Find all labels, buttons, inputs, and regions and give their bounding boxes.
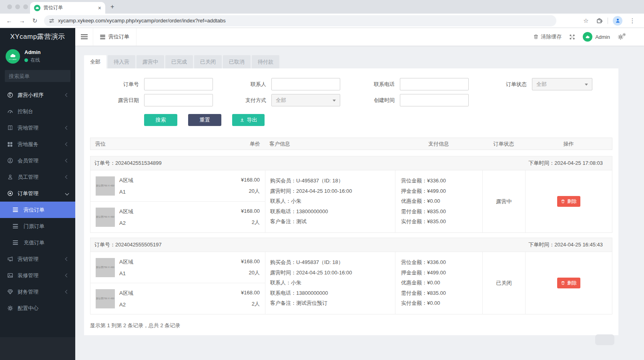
search-button[interactable]: 搜索 [144,114,177,126]
cloud-logo-icon [10,53,16,58]
item-name: A2 [119,302,224,308]
item-thumbnail: 默认图750 X 430 [96,258,115,277]
settings-cogs-icon[interactable] [618,34,626,40]
window-close-icon[interactable] [7,4,12,9]
created-at-input[interactable] [400,94,469,106]
window-minimize-icon[interactable] [15,4,20,9]
browser-tab[interactable]: 营位订单 × [30,2,105,14]
navbar-user-menu[interactable]: Admin [583,32,610,42]
records-summary: 显示第 1 到第 2 条记录，总共 2 条记录 [90,322,612,329]
order-time: 下单时间：2024-04-25 16:45:43 [528,241,603,248]
item-name: A1 [119,270,224,276]
column-header-actions: 操作 [525,140,612,148]
sidebar-item-camp-services[interactable]: 营地服务 [0,136,75,152]
contact-label: 联系人 [213,81,271,88]
item-thumbnail: 默认图750 X 430 [96,289,115,308]
column-header-camp: 营位 [95,140,106,148]
payment-info-cell: 营位金额：¥336.00 押金金额：¥499.00 优惠金额：¥0.00 需付金… [395,170,482,232]
reload-icon[interactable]: ↻ [30,17,40,24]
pay-method-select[interactable]: 全部 [271,94,340,106]
gem-icon [7,289,13,295]
tab-cancelled[interactable]: 已取消 [223,55,251,68]
url-bar[interactable]: xycamp.xykeep.com/xycamp.php/xycamp/orde… [44,15,556,26]
customer-info-cell: 购买会员：U-495837（ID: 18） 露营时间：2024-04-25 10… [265,170,395,232]
trash-icon [533,34,539,40]
sidebar-item-config-center[interactable]: 配置中心 [0,300,75,316]
delete-button[interactable]: 删除 [557,196,580,207]
back-to-top-button[interactable] [595,334,614,345]
status-tabs: 全部 待入营 露营中 已完成 已关闭 已取消 待付款 [84,55,644,68]
forward-icon[interactable]: → [17,17,27,24]
person-outline-icon [7,174,13,180]
page-content: 全部 待入营 露营中 已完成 已关闭 已取消 待付款 订单号 联系人 联系电话 [75,46,644,360]
target-icon [7,190,13,196]
delete-button[interactable]: 删除 [557,278,580,288]
browser-menu-icon[interactable]: ⋮ [627,17,638,24]
order-no-label: 订单号 [90,81,144,88]
sidebar-item-dashboard[interactable]: 控制台 [0,103,75,120]
order-status-select[interactable]: 全部 [532,78,592,90]
url-text: xycamp.xykeep.com/xycamp.php/xycamp/orde… [58,18,226,24]
topbar-tab-camp-orders[interactable]: 营位订单 [93,28,136,46]
sidebar-item-recharge-orders[interactable]: 充值订单 [0,234,75,251]
tab-close-icon[interactable]: × [98,5,101,11]
sidebar-item-decoration-management[interactable]: 装修管理 [0,267,75,284]
user-avatar[interactable]: XYCAMP [6,49,20,64]
tab-completed[interactable]: 已完成 [165,55,193,68]
order-no-input[interactable] [144,78,213,90]
sidebar-item-staff-management[interactable]: 员工管理 [0,169,75,185]
order-card: 订单号：2024042551534899 下单时间：2024-04-25 17:… [90,156,612,233]
sidebar-toggle-button[interactable] [75,34,93,39]
sidebar-item-member-management[interactable]: 会员管理 [0,152,75,169]
site-settings-icon[interactable] [49,18,54,24]
sidebar: XYcamp露营演示 XYCAMP Admin 在线 露营小程序 控制台 [0,28,75,360]
bookmark-star-icon[interactable]: ☆ [581,17,591,24]
camp-date-input[interactable] [144,94,213,106]
dashboard-icon [7,108,13,114]
order-items-cell: 默认图750 X 430 A区域 A1 ¥168.00 20人 [90,252,265,314]
export-button[interactable]: 导出 [232,114,265,126]
order-card-header: 订单号：2024042551534899 下单时间：2024-04-25 17:… [90,156,612,170]
tab-closed[interactable]: 已关闭 [194,55,222,68]
sidebar-item-finance-management[interactable]: 财务管理 [0,284,75,300]
tab-unpaid[interactable]: 待付款 [252,55,279,68]
item-people: 20人 [224,188,260,195]
profile-avatar[interactable] [613,16,622,26]
reset-button[interactable]: 重置 [188,114,221,126]
browser-tab-title: 营位订单 [44,4,95,11]
new-tab-button[interactable]: + [110,3,114,10]
order-number: 订单号：2024042551534899 [94,160,162,167]
back-icon[interactable]: ← [4,17,14,24]
tab-pending-checkin[interactable]: 待入营 [108,55,135,68]
sidebar-item-ticket-orders[interactable]: 门票订单 [0,218,75,234]
menu-search-input[interactable] [9,73,79,79]
sidebar-item-order-management[interactable]: 订单管理 [0,185,75,202]
fullscreen-icon[interactable] [569,34,575,40]
sidebar-item-camp-management[interactable]: 营地管理 [0,120,75,136]
tab-all[interactable]: 全部 [84,55,106,68]
extensions-icon[interactable] [596,17,603,24]
clear-cache-button[interactable]: 清除缓存 [533,33,562,40]
trash-icon [561,281,565,285]
window-controls[interactable] [7,4,28,9]
contact-input[interactable] [271,78,340,90]
sidebar-item-camp-orders[interactable]: 营位订单 [0,202,75,218]
browser-tab-strip: 营位订单 × + [0,0,644,14]
item-name: A2 [119,220,224,226]
window-zoom-icon[interactable] [23,4,28,9]
sidebar-item-mini-program[interactable]: 露营小程序 [0,87,75,103]
phone-input[interactable] [400,78,469,90]
brand-title: XYcamp露营演示 [0,28,75,46]
mini-program-icon [7,92,13,98]
item-people: 20人 [224,269,260,276]
sidebar-item-marketing-management[interactable]: 营销管理 [0,251,75,267]
caret-down-icon [585,84,588,86]
item-row: 默认图750 X 430 A区域 A2 ¥168.00 2人 [90,283,265,314]
sidebar-menu: 露营小程序 控制台 营地管理 营地服务 会员管理 员工管理 [0,87,75,316]
item-price: ¥168.00 [224,177,260,183]
list-icon [13,224,19,228]
item-people: 2人 [224,300,260,308]
item-thumbnail: 默认图750 X 430 [96,176,115,196]
item-people: 2人 [224,219,260,226]
tab-camping[interactable]: 露营中 [136,55,164,68]
